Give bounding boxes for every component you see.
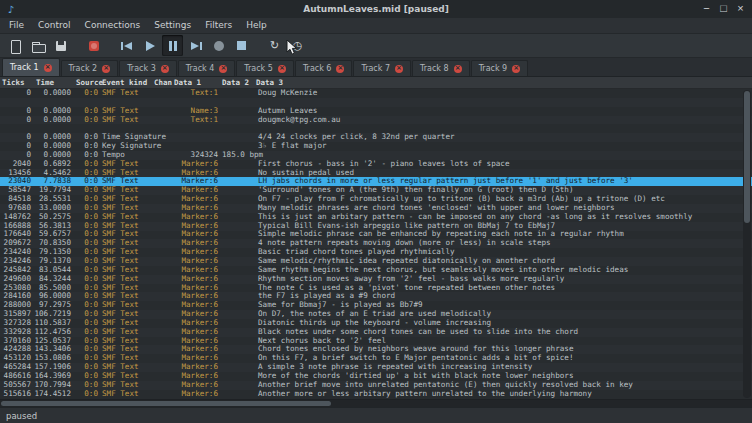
cell-data3: Typical Bill Evans-ish arpeggio like pat… — [254, 222, 752, 231]
horizontal-scrollbar-thumb[interactable] — [1, 401, 331, 406]
tab-track-8[interactable]: Track 8 — [412, 60, 470, 76]
col-header-data1[interactable]: Data 1 — [172, 78, 220, 87]
minimize-button[interactable]: − — [699, 2, 714, 16]
cell-data3: A simple 3 note phrase is repeated with … — [254, 363, 752, 372]
pause-icon — [166, 39, 180, 53]
play-icon — [143, 39, 157, 53]
new-file-button[interactable] — [4, 35, 25, 56]
filters-menu[interactable]: Filters — [198, 18, 239, 33]
maximize-icon: □ — [720, 2, 727, 14]
mouse-cursor — [286, 40, 298, 56]
cell-data3: On D7, the notes of an E triad are used … — [254, 310, 752, 319]
cell-data3: the F7 is played as a #9 chord — [254, 292, 752, 301]
cell-data3: 'Surround' tones on A (the 9th) then fin… — [254, 186, 752, 195]
cell-ticks: 0 — [0, 116, 34, 125]
track-tabbar: Track 1 Track 2 Track 3 Track 4 Track 5 — [0, 58, 752, 77]
skip-backward-icon — [120, 39, 134, 53]
table-row[interactable]: 0 0.0000 0:0 SMF Text Text:1 dougmck@tpg… — [0, 116, 752, 125]
cell-data3: Black notes under some chord tones can b… — [254, 328, 752, 337]
tab-close-icon[interactable] — [512, 65, 520, 73]
cell-data3: Chord tones enclosed by neighbors weave … — [254, 345, 752, 354]
window-title: AutumnLeaves.mid [paused] — [0, 4, 752, 14]
help-menu[interactable]: Help — [239, 18, 274, 33]
app-window: ♪ AutumnLeaves.mid [paused] − □ × File C… — [0, 0, 752, 423]
record-toggle-button[interactable] — [83, 35, 104, 56]
col-header-time[interactable]: Time — [34, 78, 74, 87]
cell-data3: Next chorus back to '2' feel — [254, 337, 752, 346]
horizontal-scrollbar[interactable] — [0, 399, 752, 407]
col-header-event-kind[interactable]: Event kind — [100, 78, 152, 87]
app-icon: ♪ — [4, 4, 18, 15]
cell-data3: No sustain pedal used — [254, 169, 752, 178]
cell-data3: 4/4 24 clocks per click, 8 32nd per quar… — [254, 133, 752, 142]
save-file-button[interactable] — [50, 35, 71, 56]
tab-track-2[interactable]: Track 2 — [61, 60, 119, 76]
cell-data1: Marker:6 — [172, 390, 220, 399]
new-file-icon — [8, 39, 22, 53]
settings-menu[interactable]: Settings — [147, 18, 198, 33]
skip-backward-button[interactable] — [116, 35, 137, 56]
skip-forward-icon — [189, 39, 203, 53]
cell-event-kind: SMF Text — [100, 116, 152, 125]
save-file-icon — [54, 39, 68, 53]
cell-data3: Autumn Leaves — [254, 107, 752, 116]
tab-track-5[interactable]: Track 5 — [236, 60, 294, 76]
tab-track-1[interactable]: Track 1 — [2, 58, 60, 76]
tab-track-4[interactable]: Track 4 — [178, 60, 236, 76]
cell-data3: On this F7, a brief switch to E Major pe… — [254, 354, 752, 363]
record-button[interactable] — [208, 35, 229, 56]
file-menu[interactable]: File — [2, 18, 31, 33]
col-header-ticks[interactable]: Ticks — [0, 78, 34, 87]
cell-data3: 3♭ E flat major — [254, 142, 752, 151]
tab-close-icon[interactable] — [44, 64, 52, 72]
cell-data3: The note C is used as a 'pivot' tone rep… — [254, 284, 752, 293]
cell-data3: This is just an arbitary pattern - can b… — [254, 213, 752, 222]
col-header-data2[interactable]: Data 2 — [220, 78, 254, 87]
tab-close-icon[interactable] — [219, 65, 227, 73]
tab-close-icon[interactable] — [161, 65, 169, 73]
cell-data3: Diatonic thirds up the keyboard - volume… — [254, 319, 752, 328]
open-file-button[interactable] — [27, 35, 48, 56]
pause-button[interactable] — [162, 35, 183, 56]
connections-menu[interactable]: Connections — [78, 18, 148, 33]
tab-track-7[interactable]: Track 7 — [353, 60, 411, 76]
play-button[interactable] — [139, 35, 160, 56]
status-text: paused — [6, 411, 37, 421]
col-header-chan[interactable]: Chan — [152, 78, 172, 87]
loop-button[interactable]: ↻ — [264, 35, 285, 56]
cell-data3: Same rhythm begins the next chorus, but … — [254, 266, 752, 275]
stop-button[interactable] — [231, 35, 252, 56]
col-header-data3[interactable]: Data 3 — [254, 78, 752, 87]
cell-source: 0:0 — [74, 116, 100, 125]
vertical-scrollbar-thumb[interactable] — [744, 91, 750, 223]
cell-source: 0:0 — [74, 390, 100, 399]
tab-track-3[interactable]: Track 3 — [119, 60, 177, 76]
table-row[interactable]: 0 0.0000 0:0 SMF Text Text:1 Doug McKenz… — [0, 89, 752, 98]
col-header-source[interactable]: Source — [74, 78, 100, 87]
tab-track-9[interactable]: Track 9 — [471, 60, 529, 76]
titlebar: ♪ AutumnLeaves.mid [paused] − □ × — [0, 0, 752, 18]
statusbar: paused — [0, 407, 752, 423]
skip-forward-button[interactable] — [185, 35, 206, 56]
cell-time: 0.0000 — [34, 116, 74, 125]
cell-data1: Text:1 — [172, 116, 220, 125]
cell-data1: Text:1 — [172, 89, 220, 98]
tab-close-icon[interactable] — [102, 65, 110, 73]
cell-data3: Simple melodic phrase can be enhanced by… — [254, 230, 752, 239]
cell-time: 0.0000 — [34, 89, 74, 98]
stop-icon — [235, 39, 249, 53]
vertical-scrollbar[interactable] — [743, 90, 751, 398]
control-menu[interactable]: Control — [31, 18, 78, 33]
tab-close-icon[interactable] — [395, 65, 403, 73]
tab-track-6[interactable]: Track 6 — [295, 60, 353, 76]
maximize-button[interactable]: □ — [716, 2, 731, 16]
cell-data3: Basic triad chord tones played rhythmica… — [254, 248, 752, 257]
cell-data3: Another more or less arbitary pattern un… — [254, 390, 752, 399]
cell-source: 0:0 — [74, 89, 100, 98]
table-row[interactable]: 515616 174.4512 0:0 SMF Text Marker:6 An… — [0, 390, 752, 399]
close-button[interactable]: × — [733, 2, 748, 16]
tab-close-icon[interactable] — [454, 65, 462, 73]
tab-close-icon[interactable] — [336, 65, 344, 73]
tab-close-icon[interactable] — [278, 65, 286, 73]
open-file-icon — [31, 39, 45, 53]
